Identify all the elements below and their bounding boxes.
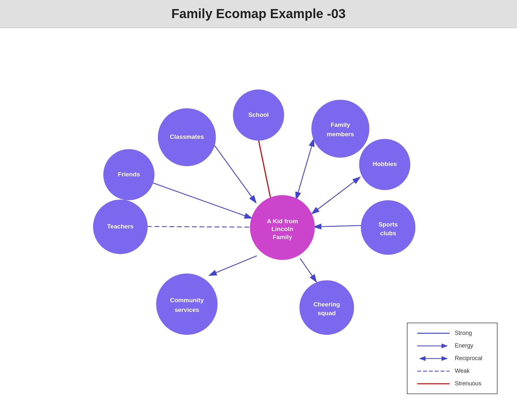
svg-line-10 (209, 256, 257, 275)
legend-strenuous-label: Strenuous (455, 380, 481, 387)
page-title: Family Ecomap Example -03 (0, 6, 517, 21)
main-area: School Family members Classmates Friends… (0, 28, 517, 420)
legend-weak-label: Weak (455, 368, 470, 374)
friends-label: Friends (118, 171, 140, 178)
legend-reciprocal: Reciprocal (417, 355, 487, 362)
school-label: School (248, 111, 269, 118)
legend-weak: Weak (417, 368, 487, 374)
svg-line-3 (296, 139, 314, 199)
legend-reciprocal-label: Reciprocal (455, 355, 482, 362)
svg-line-8 (147, 227, 251, 227)
legend-energy-label: Energy (455, 342, 473, 349)
svg-line-5 (153, 183, 252, 218)
family-members-node (311, 100, 369, 158)
sports-clubs-label: Sports (378, 221, 398, 228)
teachers-label: Teachers (107, 223, 134, 230)
center-label1: A Kid from (267, 218, 298, 225)
center-label3: Family (273, 234, 292, 240)
legend-strong-label: Strong (455, 330, 472, 337)
legend-strenuous: Strenuous (417, 380, 487, 387)
hobbies-label: Hobbies (373, 160, 397, 167)
cheering-squad-label2: squad (318, 310, 336, 316)
family-members-label2: members (327, 131, 354, 138)
legend-strong: Strong (417, 330, 487, 337)
center-label2: Lincoln (271, 226, 293, 232)
svg-line-2 (258, 140, 270, 198)
classmates-label: Classmates (170, 133, 204, 140)
legend-box: Strong Energy (407, 323, 498, 394)
page-container: Family Ecomap Example -03 (0, 0, 517, 420)
svg-line-6 (312, 177, 360, 214)
svg-line-7 (314, 226, 362, 227)
sports-clubs-label2: clubs (380, 230, 396, 237)
legend-energy: Energy (417, 342, 487, 349)
community-services-label: Community (170, 297, 204, 304)
cheering-squad-label: Cheering (314, 301, 340, 308)
page-header: Family Ecomap Example -03 (0, 0, 517, 28)
community-services-node (156, 273, 218, 335)
community-services-label2: services (175, 306, 199, 313)
svg-line-4 (214, 145, 256, 203)
svg-line-9 (300, 259, 316, 282)
family-members-label: Family (331, 121, 350, 128)
